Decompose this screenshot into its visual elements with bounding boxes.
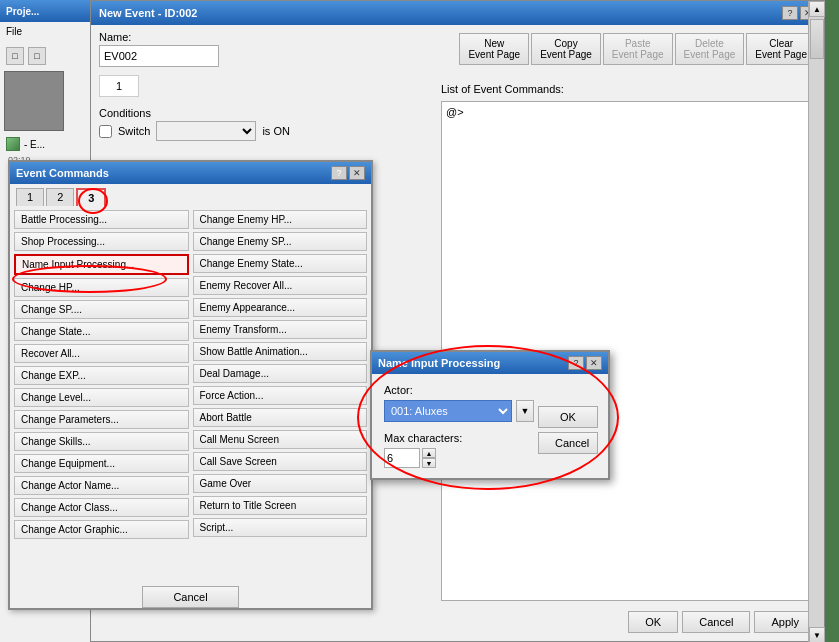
deal-damage-button[interactable]: Deal Damage... xyxy=(193,364,368,383)
change-enemy-sp-button[interactable]: Change Enemy SP... xyxy=(193,232,368,251)
ec-cancel-button[interactable]: Cancel xyxy=(142,586,238,608)
bottom-buttons: OK Cancel Apply xyxy=(628,611,816,633)
change-skills-button[interactable]: Change Skills... xyxy=(14,432,189,451)
nip-close-button[interactable]: ✕ xyxy=(586,356,602,370)
apply-button[interactable]: Apply xyxy=(754,611,816,633)
abort-battle-button[interactable]: Abort Battle xyxy=(193,408,368,427)
switch-label: Switch xyxy=(118,125,150,137)
event-marker: @> xyxy=(446,106,464,118)
actor-row: 001: Aluxes ▼ xyxy=(384,400,534,422)
call-menu-screen-button[interactable]: Call Menu Screen xyxy=(193,430,368,449)
cancel-button[interactable]: Cancel xyxy=(682,611,750,633)
switch-checkbox[interactable] xyxy=(99,125,112,138)
game-over-button[interactable]: Game Over xyxy=(193,474,368,493)
show-battle-animation-button[interactable]: Show Battle Animation... xyxy=(193,342,368,361)
ec-body: Battle Processing... Shop Processing... … xyxy=(10,206,371,582)
change-hp-button[interactable]: Change HP... xyxy=(14,278,189,297)
toolbar-icon-2[interactable]: □ xyxy=(28,47,46,65)
delete-event-page-button[interactable]: DeleteEvent Page xyxy=(675,33,745,65)
ec-tab-3[interactable]: 3 xyxy=(76,188,106,206)
copy-event-page-button[interactable]: CopyEvent Page xyxy=(531,33,601,65)
spin-down[interactable]: ▼ xyxy=(422,458,436,468)
left-panel-title: Proje... xyxy=(0,0,94,22)
nip-body: Actor: 001: Aluxes ▼ Max characters: ▲ ▼… xyxy=(372,374,608,478)
event-commands-window: Event Commands ? ✕ 1 2 3 Battle Processi… xyxy=(8,160,373,610)
ec-title: Event Commands xyxy=(16,167,109,179)
change-enemy-hp-button[interactable]: Change Enemy HP... xyxy=(193,210,368,229)
ec-col-1: Battle Processing... Shop Processing... … xyxy=(14,210,189,578)
return-to-title-screen-button[interactable]: Return to Title Screen xyxy=(193,496,368,515)
recover-all-button[interactable]: Recover All... xyxy=(14,344,189,363)
change-sp-button[interactable]: Change SP.... xyxy=(14,300,189,319)
file-menu[interactable]: File xyxy=(2,24,26,39)
change-level-button[interactable]: Change Level... xyxy=(14,388,189,407)
force-action-button[interactable]: Force Action... xyxy=(193,386,368,405)
ec-help-button[interactable]: ? xyxy=(331,166,347,180)
left-panel-content: □ □ - E... 02:19 xyxy=(0,41,94,171)
shop-processing-button[interactable]: Shop Processing... xyxy=(14,232,189,251)
switch-dropdown[interactable] xyxy=(156,121,256,141)
max-chars-spinner: ▲ ▼ xyxy=(422,448,436,468)
map-item: - E... xyxy=(4,135,90,153)
left-panel-menu: File xyxy=(0,22,94,41)
change-parameters-button[interactable]: Change Parameters... xyxy=(14,410,189,429)
change-equipment-button[interactable]: Change Equipment... xyxy=(14,454,189,473)
ec-tab-2[interactable]: 2 xyxy=(46,188,74,206)
toolbar-buttons: NewEvent Page CopyEvent Page PasteEvent … xyxy=(459,33,816,65)
new-event-title: New Event - ID:002 xyxy=(99,7,197,19)
map-icon xyxy=(6,137,20,151)
enemy-appearance-button[interactable]: Enemy Appearance... xyxy=(193,298,368,317)
help-button-main[interactable]: ? xyxy=(782,6,798,20)
new-event-page-button[interactable]: NewEvent Page xyxy=(459,33,529,65)
name-input[interactable] xyxy=(99,45,219,67)
change-actor-name-button[interactable]: Change Actor Name... xyxy=(14,476,189,495)
change-actor-class-button[interactable]: Change Actor Class... xyxy=(14,498,189,517)
nip-ok-button[interactable]: OK xyxy=(538,406,598,428)
map-preview xyxy=(4,71,64,131)
scroll-up[interactable]: ▲ xyxy=(809,1,825,17)
name-input-processing-button[interactable]: Name Input Processing... xyxy=(14,254,189,275)
scroll-thumb[interactable] xyxy=(810,19,824,59)
ec-col-2: Change Enemy HP... Change Enemy SP... Ch… xyxy=(193,210,368,578)
scroll-down[interactable]: ▼ xyxy=(809,627,825,642)
ec-tabs: 1 2 3 xyxy=(10,184,371,206)
actor-select[interactable]: 001: Aluxes xyxy=(384,400,512,422)
clear-event-page-button[interactable]: ClearEvent Page xyxy=(746,33,816,65)
nip-help-button[interactable]: ? xyxy=(568,356,584,370)
script-button[interactable]: Script... xyxy=(193,518,368,537)
change-actor-graphic-button[interactable]: Change Actor Graphic... xyxy=(14,520,189,539)
header-row: Name: NewEvent Page CopyEvent Page Paste… xyxy=(91,25,824,69)
nip-titlebar-buttons: ? ✕ xyxy=(568,356,602,370)
name-label: Name: xyxy=(99,31,219,43)
call-save-screen-button[interactable]: Call Save Screen xyxy=(193,452,368,471)
battle-processing-button[interactable]: Battle Processing... xyxy=(14,210,189,229)
name-section: Name: xyxy=(99,31,219,67)
actor-dropdown-button[interactable]: ▼ xyxy=(516,400,534,422)
actor-label: Actor: xyxy=(384,384,596,396)
max-chars-input[interactable] xyxy=(384,448,420,468)
ec-controls: ? ✕ xyxy=(331,166,365,180)
ec-cancel-area: Cancel xyxy=(10,582,371,612)
nip-ok-cancel-buttons: OK Cancel xyxy=(538,406,598,454)
new-event-titlebar: New Event - ID:002 ? ✕ xyxy=(91,1,824,25)
enemy-recover-all-button[interactable]: Enemy Recover All... xyxy=(193,276,368,295)
paste-event-page-button[interactable]: PasteEvent Page xyxy=(603,33,673,65)
spin-up[interactable]: ▲ xyxy=(422,448,436,458)
nip-cancel-button[interactable]: Cancel xyxy=(538,432,598,454)
change-state-button[interactable]: Change State... xyxy=(14,322,189,341)
ec-close-button[interactable]: ✕ xyxy=(349,166,365,180)
nip-titlebar: Name Input Processing ? ✕ xyxy=(372,352,608,374)
toolbar-icon-1[interactable]: □ xyxy=(6,47,24,65)
change-enemy-state-button[interactable]: Change Enemy State... xyxy=(193,254,368,273)
right-scrollbar[interactable]: ▲ ▼ xyxy=(808,1,824,642)
change-exp-button[interactable]: Change EXP... xyxy=(14,366,189,385)
ok-button[interactable]: OK xyxy=(628,611,678,633)
nip-title: Name Input Processing xyxy=(378,357,500,369)
list-of-event-commands-label: List of Event Commands: xyxy=(441,83,564,95)
nip-dialog: Name Input Processing ? ✕ Actor: 001: Al… xyxy=(370,350,610,480)
ec-tab-1[interactable]: 1 xyxy=(16,188,44,206)
ec-titlebar: Event Commands ? ✕ xyxy=(10,162,371,184)
enemy-transform-button[interactable]: Enemy Transform... xyxy=(193,320,368,339)
page-tab[interactable]: 1 xyxy=(99,75,139,97)
is-on-label: is ON xyxy=(262,125,290,137)
